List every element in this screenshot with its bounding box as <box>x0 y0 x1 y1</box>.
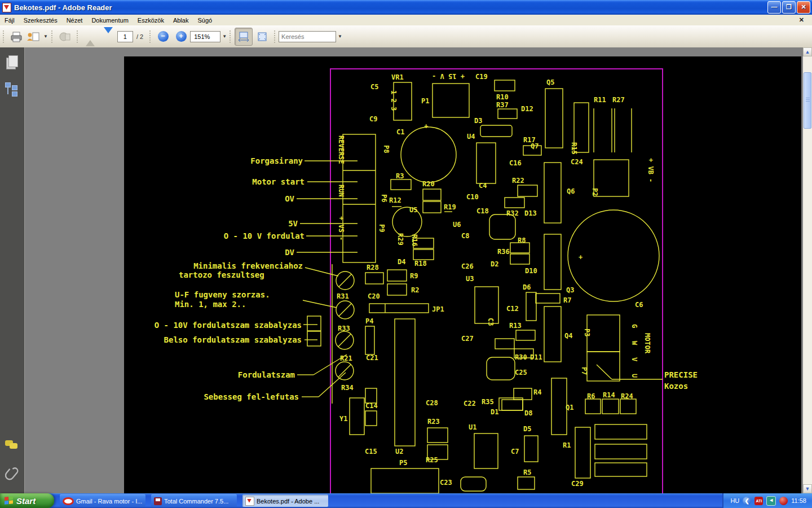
pcb-label: D1 <box>491 408 498 416</box>
pcb-label: Forgasirany <box>250 156 303 165</box>
system-tray: HU ❮ ATI ◄ 11:58 <box>722 493 812 508</box>
pcb-label: P1 <box>421 97 429 105</box>
pcb-shape <box>585 399 601 414</box>
menu-item-5[interactable]: Eszközök <box>133 16 169 25</box>
pcb-label: C10 <box>466 193 479 201</box>
pcb-label: C12 <box>506 305 519 313</box>
pcb-label: tartozo feszultseg <box>179 270 264 279</box>
menu-item-7[interactable]: Súgó <box>193 16 217 25</box>
pcb-line <box>597 365 612 379</box>
pcb-label: V <box>630 357 638 361</box>
scrolling-mode-button[interactable] <box>235 28 253 46</box>
pcb-shape <box>518 477 535 489</box>
pcb-label: R29 <box>396 233 404 246</box>
paperclip-icon <box>5 466 19 481</box>
page-number-input[interactable]: 1 <box>117 31 133 42</box>
pcb-label: C7 <box>511 448 519 456</box>
pcb-label: P6 <box>380 194 388 202</box>
taskbar-task-2[interactable]: Total Commander 7.5... <box>151 494 237 507</box>
search-input[interactable] <box>279 31 336 42</box>
close-button[interactable]: ✕ <box>797 1 810 14</box>
scroll-up-button[interactable]: ▲ <box>803 47 812 56</box>
globe-doc-icon <box>58 31 72 42</box>
pcb-label: C18 <box>476 207 489 215</box>
pcb-label: C28 <box>426 399 438 407</box>
pcb-shape <box>502 400 523 410</box>
close-document-icon[interactable]: ✕ <box>799 16 804 24</box>
pcb-label: W <box>630 341 638 345</box>
menu-item-1[interactable]: Fájl <box>0 16 19 25</box>
pcb-shape <box>474 433 498 468</box>
pcb-line <box>339 274 351 287</box>
taskbar-task-1[interactable]: Gmail - Rava motor - I... <box>60 494 145 507</box>
pcb-label: R20 <box>422 180 435 188</box>
start-button[interactable]: Start <box>0 493 54 508</box>
pcb-shape <box>391 179 411 190</box>
pcb-label: R28 <box>367 264 379 271</box>
print-button[interactable] <box>8 28 25 45</box>
menu-item-6[interactable]: Ablak <box>169 16 193 25</box>
hide-icons-chevron[interactable]: ❮ <box>743 497 751 505</box>
zoom-level-input[interactable]: 151% <box>190 31 220 42</box>
fit-page-button[interactable] <box>254 28 271 45</box>
pcb-shape <box>602 399 619 414</box>
pcb-shape <box>427 428 448 443</box>
taskbar-task-3[interactable]: Bekotes.pdf - Adobe ... <box>242 494 328 507</box>
pcb-label: C16 <box>509 159 522 167</box>
zoom-in-button[interactable]: + <box>173 28 189 45</box>
pcb-label: D2 <box>491 260 498 268</box>
pcb-label: Sebesseg fel-lefutas <box>204 392 299 401</box>
pcb-label: C5 <box>370 83 378 91</box>
pages-panel-icon[interactable] <box>5 55 20 70</box>
vertical-scrollbar[interactable]: ▲ ▼ <box>803 47 812 493</box>
previous-page-button[interactable] <box>82 28 99 45</box>
email-button[interactable]: ▼ <box>26 28 48 45</box>
pcb-shape <box>544 163 561 223</box>
attachments-panel-icon[interactable] <box>5 466 20 481</box>
pcb-shape <box>480 125 512 137</box>
pcb-shape <box>387 284 407 295</box>
pcb-label: P7 <box>580 367 588 375</box>
bookmarks-panel-icon[interactable] <box>5 82 20 97</box>
scroll-down-button[interactable]: ▼ <box>803 484 812 493</box>
next-page-button[interactable] <box>100 28 117 45</box>
pcb-shape <box>387 270 407 281</box>
pcb-label: O - 10V fordulatszam szabalyzas <box>155 321 302 330</box>
pcb-label: Belso fordulatszam szabalyzas <box>164 335 302 344</box>
zoom-out-button[interactable]: − <box>155 28 171 45</box>
pcb-label: P3 <box>583 329 591 336</box>
pcb-label: C6 <box>635 301 643 309</box>
restore-button[interactable]: ❐ <box>782 1 796 14</box>
menu-item-3[interactable]: Nézet <box>62 16 87 25</box>
pcb-label: C8 <box>461 232 469 240</box>
ati-tray-icon[interactable]: ATI <box>754 497 763 505</box>
pcb-label: R11 <box>594 96 606 104</box>
pcb-label: U4 <box>467 133 475 141</box>
collaboration-button-disabled[interactable] <box>56 28 73 45</box>
minimize-button[interactable]: — <box>767 1 781 14</box>
pcb-label: C19 <box>475 73 488 81</box>
zoom-dropdown-caret[interactable]: ▼ <box>222 34 227 39</box>
minus-icon: − <box>158 31 169 42</box>
menu-item-4[interactable]: Dokumentum <box>87 16 133 25</box>
pcb-label: R15 <box>570 142 578 155</box>
comments-panel-icon[interactable] <box>5 439 20 454</box>
volume-tray-icon[interactable]: ◄ <box>766 496 776 506</box>
language-indicator[interactable]: HU <box>730 497 739 504</box>
pcb-line <box>303 300 337 308</box>
toolbar: ▼ 1 / 2 − + 151% ▼ ▼ <box>0 25 812 48</box>
pcb-label: Q6 <box>567 187 575 195</box>
pcb-line <box>339 304 351 316</box>
pcb-label: MOTOR <box>643 333 651 354</box>
scrollbar-thumb[interactable] <box>804 72 811 129</box>
pcb-shape <box>307 331 321 346</box>
pcb-label: C4 <box>479 182 487 190</box>
pcb-shape <box>365 326 374 354</box>
menu-item-2[interactable]: Szerkesztés <box>19 16 62 25</box>
search-dropdown-caret[interactable]: ▼ <box>338 34 342 39</box>
task-label: Gmail - Rava motor - I... <box>76 498 142 505</box>
pcb-shape <box>495 80 515 91</box>
pcb-line <box>338 365 351 377</box>
antivirus-tray-icon[interactable] <box>779 497 788 505</box>
pcb-label: R34 <box>341 384 354 392</box>
